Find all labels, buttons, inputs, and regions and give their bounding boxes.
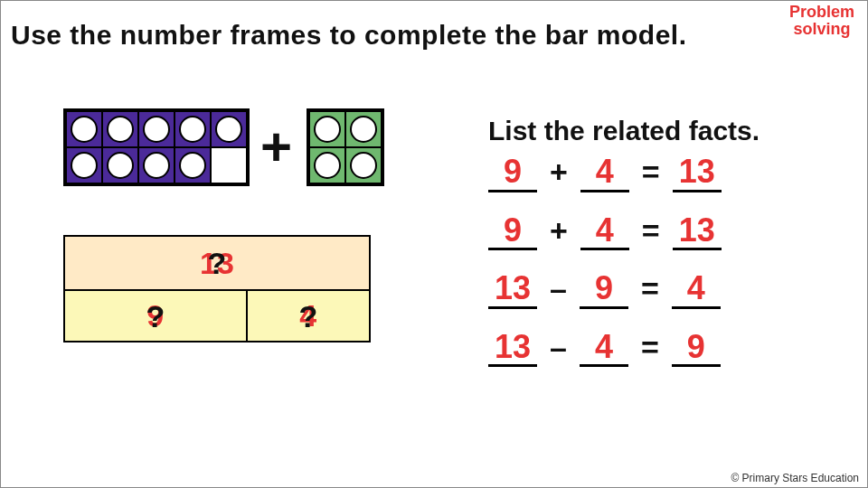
- plus-operator: +: [260, 120, 292, 174]
- bar-model-part-right: 4 ?: [248, 291, 369, 341]
- bar-right-placeholder: ?: [298, 298, 317, 333]
- facts-title: List the related facts.: [488, 116, 760, 146]
- fact-operand: 9: [580, 270, 628, 309]
- counter-dot: [309, 147, 345, 183]
- counter-dot: [138, 111, 175, 147]
- fact-result: 13: [673, 154, 722, 192]
- fact-operand: 9: [488, 154, 537, 192]
- fact-result: 13: [673, 212, 722, 251]
- fact-equals: =: [638, 155, 664, 190]
- copyright: © Primary Stars Education: [731, 472, 859, 484]
- counter-dot: [175, 111, 211, 147]
- page-title: Use the number frames to complete the ba…: [11, 20, 687, 51]
- fact-operand: 13: [488, 270, 537, 309]
- fact-operand: 4: [580, 329, 628, 368]
- counter-dot: [211, 111, 247, 147]
- bar-model-part-left: 9 ?: [65, 291, 248, 341]
- fact-operand: 4: [580, 154, 629, 192]
- fact-result: 9: [672, 329, 721, 368]
- bar-model-whole: 13 ?: [65, 237, 369, 291]
- counter-dot: [175, 147, 211, 183]
- fact-equals: =: [637, 271, 663, 306]
- corner-label: Problem solving: [781, 4, 863, 38]
- counter-dot: [66, 147, 102, 183]
- bar-model: 13 ? 9 ? 4 ?: [63, 235, 371, 343]
- counter-dot: [102, 147, 138, 183]
- number-frames: +: [63, 108, 384, 186]
- empty-cell: [211, 147, 247, 183]
- counter-dot: [66, 111, 102, 147]
- fact-operator: –: [546, 271, 571, 306]
- fact-operand: 4: [580, 212, 629, 251]
- fact-line: 13 – 4 = 9: [488, 329, 722, 368]
- bar-whole-placeholder: ?: [208, 246, 227, 281]
- fact-operand: 9: [488, 212, 537, 251]
- four-frame: [307, 108, 384, 186]
- fact-result: 4: [672, 270, 721, 309]
- fact-equals: =: [637, 330, 663, 365]
- counter-dot: [345, 147, 382, 183]
- counter-dot: [345, 111, 382, 147]
- counter-dot: [138, 147, 175, 183]
- related-facts: 9 + 4 = 13 9 + 4 = 13 13 – 9 = 4 13 – 4 …: [488, 154, 722, 387]
- fact-equals: =: [638, 213, 664, 249]
- bar-left-placeholder: ?: [146, 298, 165, 333]
- fact-line: 13 – 9 = 4: [488, 270, 722, 309]
- fact-line: 9 + 4 = 13: [488, 154, 722, 192]
- counter-dot: [309, 111, 345, 147]
- fact-line: 9 + 4 = 13: [488, 212, 722, 251]
- fact-operator: +: [546, 213, 571, 249]
- counter-dot: [102, 111, 138, 147]
- nine-frame: [63, 108, 250, 186]
- fact-operand: 13: [488, 329, 537, 368]
- fact-operator: +: [546, 155, 571, 190]
- fact-operator: –: [546, 330, 571, 365]
